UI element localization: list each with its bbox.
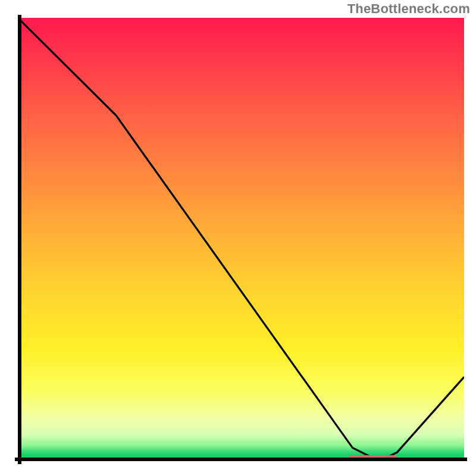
attribution-text: TheBottleneck.com (347, 1, 470, 17)
y-axis (18, 15, 21, 464)
chart-plot-area (18, 18, 464, 461)
curve-line (18, 18, 464, 461)
x-axis (15, 458, 467, 461)
curve-path (18, 18, 464, 459)
